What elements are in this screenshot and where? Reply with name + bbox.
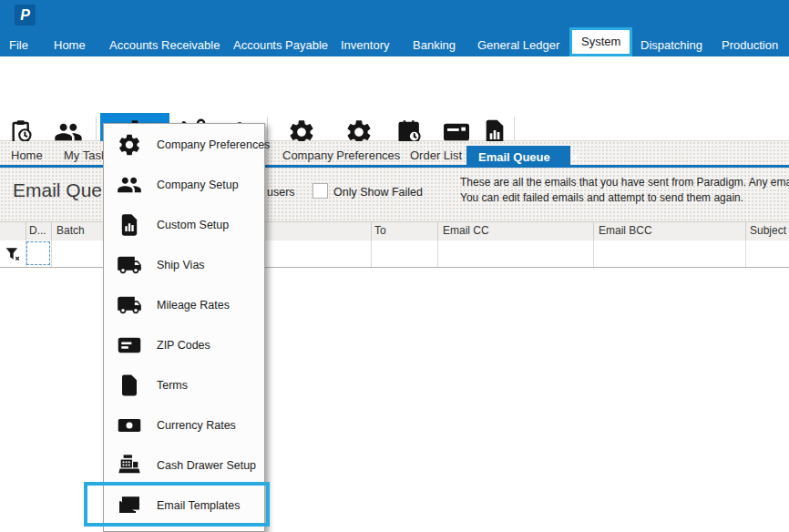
menu-banking[interactable]: Banking: [413, 34, 456, 56]
menu-item-zip-codes[interactable]: ZIP Codes: [104, 325, 264, 365]
menu-item-company-setup[interactable]: Company Setup: [104, 165, 264, 205]
close-tab-icon[interactable]: ✕: [570, 148, 580, 167]
column-divider: [51, 240, 52, 267]
app-window: P File Home Accounts Receivable Accounts…: [0, 0, 789, 532]
column-divider: [371, 240, 372, 267]
only-show-failed-checkbox[interactable]: [313, 183, 328, 199]
tab-email-queue[interactable]: Email Queue ✕: [466, 146, 570, 168]
menu-item-terms[interactable]: Terms: [104, 365, 264, 405]
menu-item-cash-drawer-setup[interactable]: Cash Drawer Setup: [104, 445, 264, 486]
menu-item-email-templates[interactable]: Email Templates: [104, 486, 264, 526]
column-divider: [51, 221, 52, 240]
only-show-failed-label: Only Show Failed: [333, 186, 423, 199]
menu-item-ship-vias[interactable]: Ship Vias: [104, 245, 264, 285]
filter-clear-icon[interactable]: [5, 245, 23, 263]
menu-accounts-payable[interactable]: Accounts Payable: [233, 34, 328, 56]
column-divider: [26, 221, 26, 240]
banknote-icon: [116, 412, 143, 439]
menu-item-custom-setup[interactable]: Custom Setup: [104, 205, 264, 245]
menu-production[interactable]: Production: [722, 34, 778, 56]
menu-accounts-receivable[interactable]: Accounts Receivable: [109, 34, 220, 56]
tab-order-list[interactable]: Order List: [403, 146, 469, 165]
menu-item-company-preferences[interactable]: Company Preferences: [104, 125, 264, 165]
menu-item-mileage-rates[interactable]: Mileage Rates: [104, 285, 264, 325]
column-header-to[interactable]: To: [374, 224, 386, 237]
menu-dispatching[interactable]: Dispatching: [640, 34, 702, 56]
column-divider: [593, 221, 594, 240]
column-header-batch[interactable]: Batch: [56, 224, 85, 237]
people-icon: [116, 171, 143, 199]
column-header-subject[interactable]: Subject: [750, 224, 786, 237]
envelope-outline-icon: [116, 492, 143, 519]
users-label-fragment: users: [267, 186, 295, 199]
truck-icon: [116, 292, 143, 319]
column-divider: [437, 240, 438, 267]
document-lines-icon: [116, 372, 143, 399]
gear-icon: [116, 131, 143, 159]
tab-home[interactable]: Home: [4, 146, 50, 165]
selected-filter-cell[interactable]: [26, 241, 50, 265]
column-divider: [745, 221, 746, 240]
column-divider: [371, 221, 372, 240]
app-logo: P: [15, 5, 36, 26]
tab-company-preferences[interactable]: Company Preferences: [275, 146, 407, 165]
column-header-email-bcc[interactable]: Email BCC: [599, 224, 652, 237]
column-header-d[interactable]: D...: [29, 224, 46, 237]
menu-item-currency-rates[interactable]: Currency Rates: [104, 405, 264, 445]
title-menu-bar: P File Home Accounts Receivable Accounts…: [0, 0, 789, 56]
menu-home[interactable]: Home: [54, 34, 86, 56]
page-description: These are all the emails that you have s…: [460, 175, 789, 206]
cash-register-icon: [116, 452, 143, 479]
menu-inventory[interactable]: Inventory: [341, 34, 389, 56]
menu-file[interactable]: File: [9, 34, 28, 56]
truck-icon: [116, 251, 143, 279]
column-divider: [593, 240, 594, 267]
column-header-email-cc[interactable]: Email CC: [443, 224, 489, 237]
company-preferences-dropdown: Company Preferences Company Setup Custom…: [103, 123, 265, 532]
document-chart-icon: [116, 211, 143, 239]
menu-system[interactable]: System: [569, 27, 632, 56]
menu-general-ledger[interactable]: General Ledger: [477, 34, 559, 56]
column-divider: [745, 240, 746, 267]
column-divider: [437, 221, 438, 240]
mail-icon: [116, 332, 143, 359]
